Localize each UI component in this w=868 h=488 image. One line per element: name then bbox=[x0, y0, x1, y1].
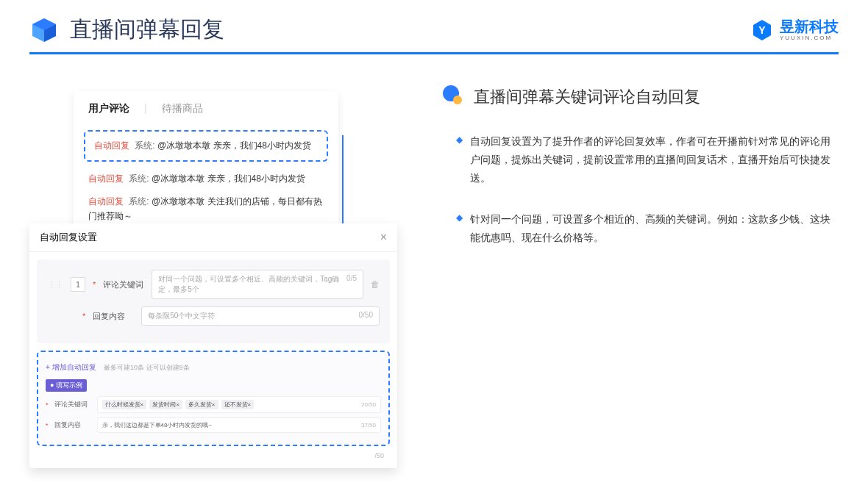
add-auto-reply-link[interactable]: + 增加自动回复 bbox=[46, 362, 96, 373]
diamond-icon: ◆ bbox=[456, 210, 463, 247]
required-star: * bbox=[93, 280, 96, 289]
brand-en: YUUXIN.COM bbox=[780, 35, 839, 41]
example-badge: ● 填写示例 bbox=[46, 379, 87, 392]
highlighted-comment: 自动回复 系统: @冰墩墩本墩 亲亲，我们48小时内发货 bbox=[84, 130, 328, 162]
settings-title: 自动回复设置 bbox=[40, 231, 97, 244]
tag-chip: 什么时候发货× bbox=[102, 400, 147, 409]
outer-count: /50 bbox=[29, 452, 397, 459]
page-title: 直播间弹幕回复 bbox=[70, 15, 224, 45]
ex-keyword-input[interactable]: 什么时候发货× 发货时间× 多久发货× 还不发货× 20/50 bbox=[97, 396, 381, 413]
example-area: + 增加自动回复 最多可建10条 还可以创建9条 ● 填写示例 * 评论关键词 … bbox=[37, 351, 390, 446]
add-hint: 最多可建10条 还可以创建9条 bbox=[104, 364, 190, 371]
tab-divider: | bbox=[144, 102, 147, 115]
tabs: 用户评论 | 待播商品 bbox=[74, 102, 338, 124]
bullet-item: ◆ 自动回复设置为了提升作者的评论回复效率，作者可在开播前针对常见的评论用户问题… bbox=[441, 132, 839, 188]
settings-card: 自动回复设置 × ⋮⋮ 1 * 评论关键词 对同一个问题，可设置多个相近、高频的… bbox=[29, 223, 397, 468]
required-star: * bbox=[82, 312, 85, 320]
comment-item: 自动回复 系统: @冰墩墩本墩 亲亲，我们48小时内发货 bbox=[74, 168, 338, 190]
auto-reply-tag: 自动回复 bbox=[94, 140, 129, 151]
svg-point-5 bbox=[453, 96, 462, 104]
close-icon[interactable]: × bbox=[380, 231, 387, 244]
brand-logo: Y 昱新科技 YUUXIN.COM bbox=[750, 18, 839, 42]
comment-card: 用户评论 | 待播商品 自动回复 系统: @冰墩墩本墩 亲亲，我们48小时内发货… bbox=[74, 91, 338, 239]
ex-content-label: 回复内容 bbox=[54, 420, 91, 430]
tag-chip: 多久发货× bbox=[185, 400, 218, 409]
ex-keyword-label: 评论关键词 bbox=[54, 400, 91, 409]
content-input[interactable]: 每条限50个中文字符 0/50 bbox=[141, 306, 380, 326]
comment-text: @冰墩墩本墩 亲亲，我们48小时内发货 bbox=[157, 140, 311, 151]
cube-icon bbox=[29, 15, 59, 45]
comment-item: 自动回复 系统: @冰墩墩本墩 关注我们的店铺，每日都有热门推荐呦～ bbox=[74, 190, 338, 227]
brand-cn: 昱新科技 bbox=[780, 19, 839, 34]
bullet-item: ◆ 针对同一个问题，可设置多个相近的、高频的关键词。例如：这款多少钱、这块能优惠… bbox=[441, 210, 839, 247]
row-number: 1 bbox=[71, 277, 85, 292]
sys-tag: 系统: bbox=[135, 140, 154, 151]
chat-bubble-icon bbox=[441, 84, 465, 110]
tag-chip: 发货时间× bbox=[149, 400, 182, 409]
trash-icon[interactable]: 🗑 bbox=[371, 279, 380, 290]
content-label: 回复内容 bbox=[93, 311, 134, 322]
drag-handle-icon[interactable]: ⋮⋮ bbox=[47, 280, 63, 290]
tag-chip: 还不发货× bbox=[221, 400, 255, 409]
ex-content-input[interactable]: 亲，我们这边都是下单48小时内发货的哦~ 37/50 bbox=[97, 417, 381, 433]
svg-text:Y: Y bbox=[758, 24, 766, 36]
keyword-input[interactable]: 对同一个问题，可设置多个相近、高频的关键词，Tag确定，最多5个 0/5 bbox=[152, 270, 363, 299]
section-title: 直播间弹幕关键词评论自动回复 bbox=[474, 86, 700, 108]
keyword-label: 评论关键词 bbox=[103, 279, 144, 290]
tab-user-comments[interactable]: 用户评论 bbox=[88, 102, 129, 115]
tab-pending-goods[interactable]: 待播商品 bbox=[162, 102, 203, 115]
diamond-icon: ◆ bbox=[456, 132, 463, 188]
